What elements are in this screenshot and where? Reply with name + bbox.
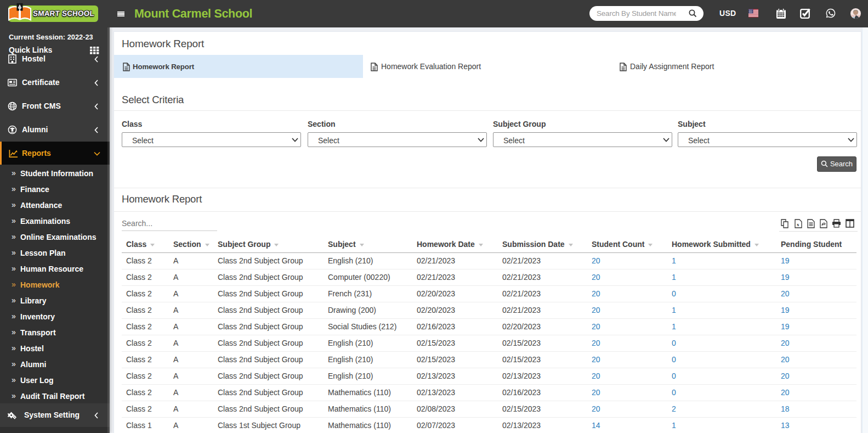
svg-text:x: x bbox=[797, 222, 799, 227]
